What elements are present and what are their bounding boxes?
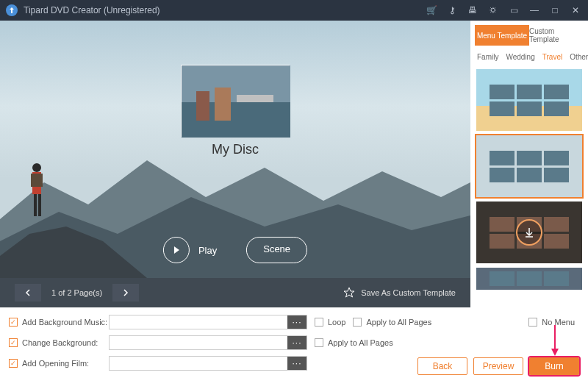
close-icon[interactable]: ✕ <box>569 4 582 17</box>
cat-wedding[interactable]: Wedding <box>502 53 538 61</box>
maximize-icon[interactable]: □ <box>548 4 562 17</box>
apply-all-bg-checkbox[interactable]: ✓ <box>315 338 323 347</box>
loop-checkbox[interactable]: ✓ <box>315 318 323 327</box>
preview-area: My Disc Play Scene 1 of 2 Page(s) Save A… <box>0 21 470 307</box>
titlebar: Tipard DVD Creator (Unregistered) 🛒 ⚷ 🖶 … <box>0 0 588 21</box>
page-navigation: 1 of 2 Page(s) Save As Custom Template <box>0 278 470 307</box>
bg-music-label: Add Background Music: <box>22 318 109 327</box>
opening-film-label: Add Opening Film: <box>22 359 109 368</box>
cat-family[interactable]: Family <box>473 53 502 61</box>
apply-all-music-checkbox[interactable]: ✓ <box>353 318 362 327</box>
annotation-arrow <box>554 325 556 354</box>
template-sidebar: Menu Template Custom Template Family Wed… <box>470 21 588 307</box>
settings-area: ✓ Add Background Music: ··· ✓Loop ✓Apply… <box>0 307 588 378</box>
star-icon <box>343 287 355 299</box>
opening-film-input[interactable] <box>110 357 287 370</box>
download-icon[interactable] <box>516 219 542 246</box>
template-item[interactable] <box>476 135 582 197</box>
scene-button[interactable]: Scene <box>246 237 307 263</box>
bg-music-checkbox[interactable]: ✓ <box>9 318 18 327</box>
burn-button[interactable]: Burn <box>529 357 579 375</box>
message-icon[interactable]: ▭ <box>507 4 520 17</box>
play-button[interactable]: Play <box>163 237 217 263</box>
opening-film-checkbox[interactable]: ✓ <box>9 359 18 368</box>
opening-film-browse-button[interactable]: ··· <box>287 357 306 370</box>
svg-rect-3 <box>34 194 37 216</box>
play-icon <box>163 237 190 263</box>
cat-travel[interactable]: Travel <box>539 53 566 61</box>
apply-all-label: Apply to All Pages <box>366 318 431 327</box>
change-bg-label: Change Background: <box>22 338 109 347</box>
cat-others[interactable]: Others <box>566 53 588 61</box>
back-button[interactable]: Back <box>417 357 467 375</box>
tab-menu-template[interactable]: Menu Template <box>475 25 529 46</box>
app-logo <box>6 4 18 16</box>
no-menu-label: No Menu <box>542 318 575 327</box>
loop-label: Loop <box>328 318 345 327</box>
app-title: Tipard DVD Creator (Unregistered) <box>24 5 160 15</box>
change-bg-input[interactable] <box>110 336 287 349</box>
play-label: Play <box>198 245 217 256</box>
change-bg-checkbox[interactable]: ✓ <box>9 338 18 347</box>
prev-page-button[interactable] <box>15 284 41 302</box>
template-item[interactable] <box>476 268 582 290</box>
disc-title[interactable]: My Disc <box>212 142 259 157</box>
preview-button[interactable]: Preview <box>473 357 523 375</box>
change-bg-browse-button[interactable]: ··· <box>287 336 306 349</box>
cart-icon[interactable]: 🛒 <box>425 4 438 17</box>
apply-all-bg-label: Apply to All Pages <box>328 338 393 347</box>
page-info: 1 of 2 Page(s) <box>51 288 102 297</box>
key-icon[interactable]: ⚷ <box>445 4 459 17</box>
video-thumbnail[interactable] <box>181 65 290 137</box>
bg-music-browse-button[interactable]: ··· <box>287 315 306 329</box>
template-list[interactable] <box>470 66 588 307</box>
svg-rect-2 <box>31 174 43 187</box>
print-icon[interactable]: 🖶 <box>466 4 479 17</box>
no-menu-checkbox[interactable]: ✓ <box>528 318 537 327</box>
save-template-label: Save As Custom Template <box>361 288 456 297</box>
save-template-button[interactable]: Save As Custom Template <box>343 287 456 299</box>
svg-point-0 <box>32 163 41 172</box>
next-page-button[interactable] <box>112 284 139 302</box>
svg-rect-9 <box>237 95 273 102</box>
minimize-icon[interactable]: — <box>528 4 541 17</box>
settings-icon[interactable]: ⛭ <box>487 4 500 17</box>
template-item[interactable] <box>476 69 582 131</box>
tab-custom-template[interactable]: Custom Template <box>529 25 584 46</box>
template-item[interactable] <box>476 202 582 263</box>
bg-music-input[interactable] <box>110 315 287 329</box>
svg-rect-8 <box>215 88 231 121</box>
svg-rect-7 <box>196 91 209 121</box>
svg-rect-4 <box>38 194 41 216</box>
